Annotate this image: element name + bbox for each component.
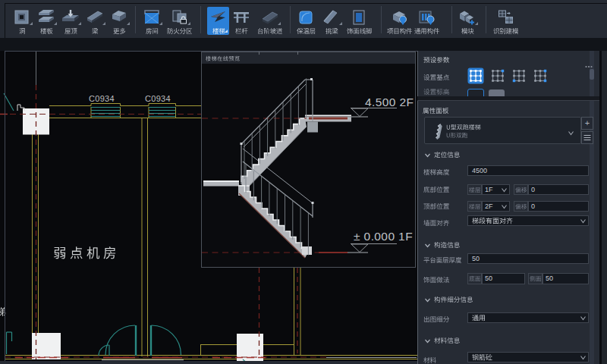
svg-text:C0934: C0934 [145, 94, 171, 103]
svg-text:± 0.000 1F: ± 0.000 1F [354, 230, 413, 243]
svg-text:C0934: C0934 [89, 94, 115, 103]
svg-text:4.500 2F: 4.500 2F [365, 96, 414, 108]
